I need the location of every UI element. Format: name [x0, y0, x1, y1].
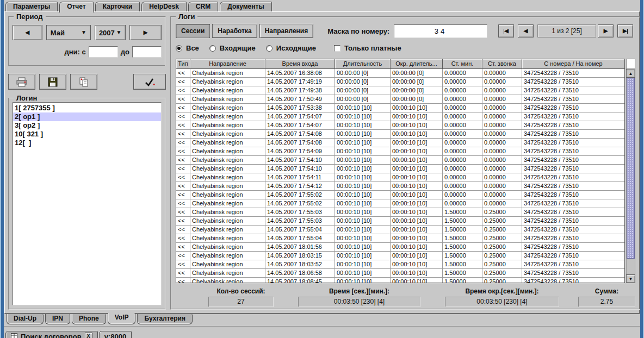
- column-header[interactable]: Длительность: [335, 59, 391, 69]
- cell-rounded-duration: 00:00:00 [0]: [391, 69, 443, 78]
- cell-rate-min: 0.00000: [443, 86, 482, 95]
- mask-input[interactable]: [394, 24, 487, 38]
- table-row[interactable]: << Chelyabinsk region 14.05.2007 17:54:0…: [176, 121, 624, 130]
- tab-helpdesk[interactable]: HelpDesk: [141, 2, 187, 11]
- paid-only-checkbox[interactable]: [334, 45, 340, 52]
- table-row[interactable]: << Chelyabinsk region 14.05.2007 17:54:1…: [176, 165, 624, 173]
- table-row[interactable]: << Chelyabinsk region 14.05.2007 17:54:1…: [176, 173, 624, 182]
- pager: ◀ ◀ 1 из 2 [25] ▶ ▶: [498, 24, 635, 37]
- table-row[interactable]: << Chelyabinsk region 14.05.2007 17:49:1…: [176, 78, 624, 86]
- cell-duration: 00:00:10 [10]: [335, 130, 391, 139]
- login-item[interactable]: 1[ 2757355 ]: [13, 104, 161, 112]
- radio-all[interactable]: [176, 45, 182, 52]
- tab-dokumenty[interactable]: Документы: [220, 2, 271, 11]
- table-row[interactable]: << Chelyabinsk region 14.05.2007 17:54:1…: [176, 156, 624, 165]
- cell-direction: Chelyabinsk region: [190, 260, 265, 269]
- table-row[interactable]: << Chelyabinsk region 14.05.2007 16:38:0…: [176, 69, 624, 78]
- apply-button[interactable]: [133, 74, 166, 90]
- table-row[interactable]: << Chelyabinsk region 14.05.2007 17:53:3…: [176, 104, 624, 112]
- print-icon: [16, 77, 28, 87]
- table-row[interactable]: << Chelyabinsk region 14.05.2007 17:54:1…: [176, 182, 624, 191]
- tab-ipn[interactable]: IPN: [45, 314, 70, 324]
- table-row[interactable]: << Chelyabinsk region 14.05.2007 18:01:5…: [176, 243, 624, 252]
- column-header[interactable]: Ст. звонка: [482, 59, 522, 69]
- cell-type: <<: [176, 243, 190, 252]
- table-row[interactable]: << Chelyabinsk region 14.05.2007 17:54:0…: [176, 139, 624, 147]
- table-row[interactable]: << Chelyabinsk region 14.05.2007 17:49:3…: [176, 86, 624, 95]
- print-button[interactable]: [8, 74, 35, 90]
- table-row[interactable]: << Chelyabinsk region 14.05.2007 17:54:0…: [176, 147, 624, 156]
- prev-page-button[interactable]: ◀: [518, 24, 534, 37]
- cell-entry-time: 14.05.2007 18:01:56: [265, 243, 335, 252]
- radio-incoming[interactable]: [209, 45, 216, 52]
- tab-crm[interactable]: CRM: [188, 2, 218, 11]
- scroll-up-button[interactable]: ▲: [626, 69, 635, 78]
- column-header[interactable]: Ст. мин.: [443, 59, 482, 69]
- contracts-search-tab[interactable]: Поиск договоров X: [5, 331, 98, 338]
- table-row[interactable]: << Chelyabinsk region 14.05.2007 17:55:0…: [176, 226, 624, 234]
- month-select[interactable]: Май ▼: [46, 25, 91, 40]
- cell-entry-time: 14.05.2007 16:38:08: [265, 69, 335, 78]
- copy-icon: [78, 77, 89, 87]
- tab-buhgalteria[interactable]: Бухгалтерия: [137, 314, 193, 324]
- table-row[interactable]: << Chelyabinsk region 14.05.2007 18:08:4…: [176, 278, 624, 283]
- directions-view-button[interactable]: Направления: [259, 24, 314, 38]
- table-row[interactable]: << Chelyabinsk region 14.05.2007 17:54:0…: [176, 130, 624, 139]
- login-item[interactable]: 10[ 321 ]: [13, 130, 161, 139]
- tab-phone[interactable]: Phone: [72, 314, 106, 324]
- tab-otchet[interactable]: Отчет: [59, 2, 94, 12]
- save-button[interactable]: [39, 74, 66, 90]
- first-page-button[interactable]: ◀: [498, 24, 514, 37]
- close-icon[interactable]: X: [85, 333, 92, 338]
- tab-voip[interactable]: VoIP: [108, 313, 136, 324]
- login-item[interactable]: 12[ ]: [13, 139, 161, 147]
- login-list[interactable]: 1[ 2757355 ]2[ op1 ]3[ op2 ]10[ 321 ]12[…: [13, 102, 162, 305]
- copy-button[interactable]: [70, 74, 97, 90]
- next-month-button[interactable]: ▶: [129, 25, 162, 40]
- table-row[interactable]: << Chelyabinsk region 14.05.2007 17:55:0…: [176, 199, 624, 208]
- table-row[interactable]: << Chelyabinsk region 14.05.2007 18:06:5…: [176, 269, 624, 278]
- table-row[interactable]: << Chelyabinsk region 14.05.2007 18:03:5…: [176, 260, 624, 269]
- days-from-input[interactable]: [89, 46, 118, 58]
- cell-duration: 00:00:10 [10]: [335, 191, 391, 199]
- cell-type: <<: [176, 104, 190, 112]
- column-header[interactable]: С номера / На номер: [522, 59, 624, 69]
- usage-view-button[interactable]: Наработка: [212, 24, 257, 38]
- tab-kartochki[interactable]: Карточки: [95, 2, 140, 11]
- cell-duration: 00:00:10 [10]: [335, 260, 391, 269]
- table-row[interactable]: << Chelyabinsk region 14.05.2007 17:55:0…: [176, 208, 624, 217]
- tab-parametry[interactable]: Параметры: [5, 2, 58, 11]
- table-scrollbar[interactable]: ▲ ▼: [626, 59, 635, 283]
- sessions-view-button[interactable]: Сессии: [176, 24, 210, 38]
- days-to-input[interactable]: [132, 46, 162, 58]
- table-row[interactable]: << Chelyabinsk region 14.05.2007 17:55:0…: [176, 217, 624, 226]
- prev-month-button[interactable]: ◀: [13, 25, 42, 40]
- login-item[interactable]: 3[ op2 ]: [13, 121, 161, 130]
- cell-numbers: 3472543228 / 73510: [522, 104, 624, 112]
- table-row[interactable]: << Chelyabinsk region 14.05.2007 18:03:1…: [176, 252, 624, 260]
- scroll-thumb[interactable]: [627, 78, 635, 259]
- column-header[interactable]: Тип: [176, 59, 190, 69]
- column-header[interactable]: Время входа: [265, 59, 335, 69]
- tab-dialup[interactable]: Dial-Up: [7, 314, 44, 324]
- login-item[interactable]: 2[ op1 ]: [13, 112, 161, 121]
- next-page-button[interactable]: ▶: [598, 24, 614, 37]
- cell-entry-time: 14.05.2007 17:54:07: [265, 112, 335, 121]
- last-page-button[interactable]: ▶: [617, 24, 633, 37]
- cell-type: <<: [176, 234, 190, 243]
- version-tab[interactable]: v:8000: [99, 331, 132, 338]
- cell-entry-time: 14.05.2007 17:54:10: [265, 165, 335, 173]
- cell-direction: Chelyabinsk region: [190, 86, 265, 95]
- cell-direction: Chelyabinsk region: [190, 199, 265, 208]
- table-row[interactable]: << Chelyabinsk region 14.05.2007 17:50:4…: [176, 95, 624, 104]
- radio-outgoing[interactable]: [266, 45, 273, 52]
- year-select[interactable]: 2007 ▼: [95, 25, 126, 40]
- column-header[interactable]: Направление: [190, 59, 265, 69]
- scroll-down-button[interactable]: ▼: [626, 274, 635, 283]
- column-header[interactable]: Окр. длитель...: [391, 59, 443, 69]
- table-row[interactable]: << Chelyabinsk region 14.05.2007 17:55:0…: [176, 191, 624, 199]
- scroll-track[interactable]: [626, 78, 635, 274]
- login-group-title: Логин: [14, 94, 40, 102]
- table-row[interactable]: << Chelyabinsk region 14.05.2007 17:55:0…: [176, 234, 624, 243]
- table-row[interactable]: << Chelyabinsk region 14.05.2007 17:54:0…: [176, 112, 624, 121]
